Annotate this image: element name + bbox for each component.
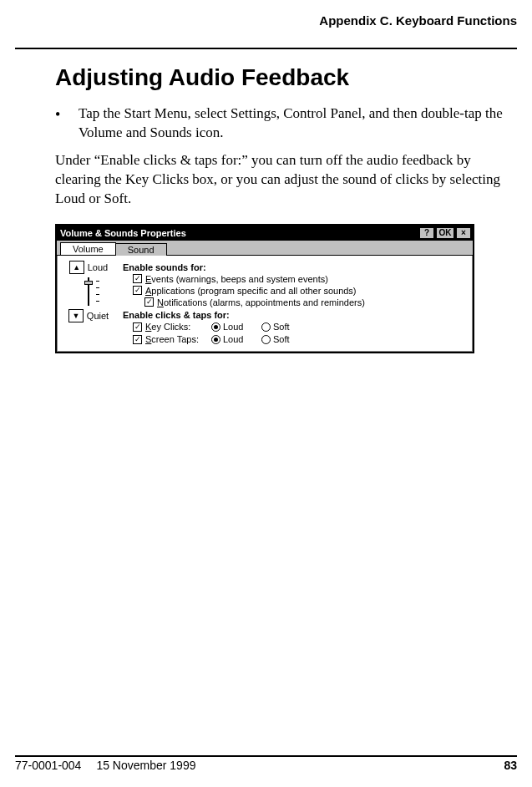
page-footer: 77-0001-004 15 November 1999 83 [15, 755, 517, 772]
tabs-row: Volume Sound [57, 241, 473, 256]
volume-column: ▲ Loud ▼ Quiet [59, 257, 118, 349]
footer-rule [15, 755, 517, 757]
dialog-body: ▲ Loud ▼ Quiet Enable sounds for: [57, 256, 473, 352]
screen-taps-row: ✓ Screen Taps: Loud Soft [133, 333, 465, 346]
settings-column: Enable sounds for: ✓ Events (warnings, b… [118, 257, 470, 349]
bullet-text: Tap the Start Menu, select Settings, Con… [79, 104, 509, 143]
screen-taps-checkbox[interactable]: ✓ [133, 335, 142, 344]
key-clicks-loud-radio[interactable] [211, 322, 220, 332]
dialog-title: Volume & Sounds Properties [60, 228, 419, 238]
screen-taps-soft-label: Soft [273, 333, 290, 346]
tab-sound[interactable]: Sound [115, 243, 167, 256]
screen-taps-loud-label: Loud [223, 333, 243, 346]
notifications-checkbox-row: ✓ Notifications (alarms, appointments an… [144, 297, 465, 308]
dialog-titlebar: Volume & Sounds Properties ? OK × [57, 226, 473, 241]
screen-taps-loud-radio[interactable] [211, 335, 220, 344]
key-clicks-label: Key Clicks: [145, 321, 190, 333]
screen-taps-soft-radio[interactable] [261, 335, 271, 344]
instruction-bullet: • Tap the Start Menu, select Settings, C… [55, 104, 509, 143]
help-button[interactable]: ? [419, 227, 434, 239]
enable-clicks-header: Enable clicks & taps for: [123, 310, 465, 320]
volume-sounds-dialog: Volume & Sounds Properties ? OK × Volume… [55, 224, 474, 353]
events-label: Events (warnings, beeps and system event… [145, 273, 328, 285]
volume-down-button[interactable]: ▼ [68, 309, 84, 322]
close-button[interactable]: × [456, 227, 471, 239]
tab-volume[interactable]: Volume [60, 242, 116, 255]
volume-slider[interactable] [83, 277, 94, 306]
notifications-label: Notifications (alarms, appointments and … [157, 297, 365, 308]
volume-up-button[interactable]: ▲ [69, 261, 84, 274]
section-title: Adjusting Audio Feedback [55, 64, 509, 91]
screen-taps-label: Screen Taps: [145, 333, 199, 346]
enable-sounds-header: Enable sounds for: [123, 262, 465, 272]
ok-button[interactable]: OK [436, 227, 454, 239]
key-clicks-soft-label: Soft [273, 321, 290, 333]
applications-checkbox[interactable]: ✓ [133, 286, 142, 295]
key-clicks-soft-radio[interactable] [261, 322, 271, 332]
events-checkbox-row: ✓ Events (warnings, beeps and system eve… [133, 273, 465, 285]
applications-checkbox-row: ✓ Applications (program specific and all… [133, 285, 465, 297]
notifications-checkbox[interactable]: ✓ [144, 297, 154, 307]
loud-label: Loud [88, 262, 108, 272]
applications-label: Applications (program specific and all o… [145, 285, 357, 297]
doc-number: 77-0001-004 [15, 759, 81, 772]
events-checkbox[interactable]: ✓ [133, 274, 142, 283]
key-clicks-row: ✓ Key Clicks: Loud Soft [133, 321, 465, 333]
key-clicks-checkbox[interactable]: ✓ [133, 322, 142, 332]
instruction-paragraph: Under “Enable clicks & taps for:” you ca… [55, 151, 509, 209]
page-number: 83 [504, 759, 517, 772]
bullet-icon: • [55, 104, 79, 143]
clicks-grid: ✓ Key Clicks: Loud Soft [133, 321, 465, 346]
doc-date: 15 November 1999 [96, 759, 504, 772]
quiet-label: Quiet [87, 311, 109, 321]
page-content: Adjusting Audio Feedback • Tap the Start… [15, 49, 517, 353]
appendix-header: Appendix C. Keyboard Functions [15, 13, 517, 28]
key-clicks-loud-label: Loud [223, 321, 243, 333]
